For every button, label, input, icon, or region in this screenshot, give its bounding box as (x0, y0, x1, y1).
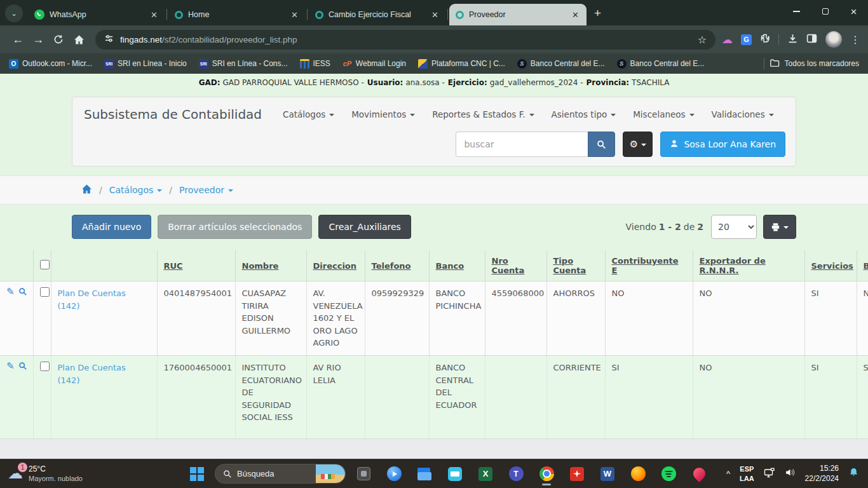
plan-de-cuentas-link[interactable]: Plan De Cuentas (142) (58, 363, 126, 385)
menu-validaciones[interactable]: Validaciones (712, 109, 774, 119)
home-icon[interactable] (69, 29, 89, 50)
firefox-icon[interactable] (625, 461, 651, 487)
bookmark-outlook[interactable]: O Outlook.com - Micr... (9, 59, 92, 69)
page-size-select[interactable]: 20 (711, 215, 757, 239)
translate-icon[interactable]: G (741, 34, 752, 45)
header-nro-cuenta[interactable]: Nro Cuenta (485, 250, 546, 281)
word-icon[interactable]: W (595, 461, 620, 487)
print-dropdown-button[interactable] (763, 215, 796, 239)
bookmark-banco-central-1[interactable]: S Banco Central del E... (517, 59, 605, 69)
search-button[interactable] (588, 132, 615, 157)
header-tipo-cuenta[interactable]: Tipo Cuenta (546, 250, 605, 281)
bookmark-webmail[interactable]: cP Webmail Login (342, 59, 406, 69)
notification-bell-icon[interactable] (848, 467, 859, 480)
reload-icon[interactable] (48, 29, 69, 50)
cell-ruc: 1760004650001 (157, 356, 235, 444)
extensions-puzzle-icon[interactable] (760, 33, 770, 46)
delete-selected-button[interactable]: Borrar artículos seleccionados (158, 215, 312, 239)
menu-miscelaneos[interactable]: Miscelaneos (633, 109, 694, 119)
tab-whatsapp[interactable]: WhatsApp ✕ (28, 4, 165, 25)
clock[interactable]: 15:26 22/2/2024 (805, 464, 839, 484)
chrome-icon[interactable] (534, 461, 559, 487)
taskbar-search[interactable]: Búsqueda (215, 464, 346, 484)
edit-icon[interactable]: ✎ (6, 287, 15, 300)
spotify-icon[interactable] (656, 461, 681, 487)
create-auxiliaries-button[interactable]: Crear_Auxiliares (318, 215, 411, 239)
network-icon[interactable] (764, 468, 775, 480)
breadcrumb-proveedor[interactable]: Proveedor (179, 185, 233, 195)
breadcrumb-home-icon[interactable] (81, 184, 92, 196)
forward-icon[interactable]: → (28, 29, 48, 50)
downloads-icon[interactable] (787, 33, 798, 46)
excel-icon[interactable]: X (473, 461, 498, 487)
nav-card: Subsistema de Contabilidad Catálogos Mov… (72, 97, 796, 166)
view-icon[interactable] (18, 362, 27, 374)
window-close-button[interactable]: × (839, 0, 868, 23)
header-direccion[interactable]: Direccion (306, 250, 365, 281)
header-exportador[interactable]: Exportador de R.N.N.R. (693, 250, 804, 281)
bookmark-iess[interactable]: IESS (300, 59, 330, 69)
weather-widget[interactable]: ☁1 25°C Mayorm. nublado (0, 464, 184, 484)
row-checkbox[interactable] (40, 362, 50, 371)
row-checkbox[interactable] (40, 287, 50, 297)
menu-movimientos[interactable]: Movimientos (351, 109, 415, 119)
iess-favicon (300, 59, 309, 69)
address-bar[interactable]: fingads.net/sf2/contabilidad/proveedor_l… (95, 30, 715, 50)
header-bienes[interactable]: Bi (857, 250, 868, 281)
banco-central-favicon: S (517, 59, 527, 69)
profile-avatar[interactable] (825, 31, 842, 48)
tab-close-icon[interactable]: ✕ (149, 10, 159, 20)
language-indicator[interactable]: ESP LAA (740, 464, 754, 484)
bookmark-star-icon[interactable]: ☆ (698, 34, 707, 46)
header-contribuyente[interactable]: Contribuyente E (605, 250, 693, 281)
tab-close-icon[interactable]: ✕ (290, 10, 299, 20)
menu-reportes[interactable]: Reportes & Estados F. (432, 109, 534, 119)
tab-search-chevron-icon[interactable]: ⌄ (5, 4, 23, 22)
start-button[interactable] (184, 461, 210, 487)
tab-proveedor-active[interactable]: Proveedor ✕ (449, 4, 587, 25)
header-banco[interactable]: Banco (429, 250, 485, 281)
tray-chevron-up-icon[interactable]: ^ (726, 469, 730, 478)
window-app-icon[interactable] (351, 461, 376, 487)
cnc-favicon (418, 59, 428, 69)
menu-asientos-tipo[interactable]: Asientos tipo (552, 109, 616, 119)
mail-app-icon[interactable] (442, 461, 468, 487)
tab-close-icon[interactable]: ✕ (571, 10, 580, 20)
header-servicios[interactable]: Servicios (804, 250, 857, 281)
all-bookmarks-button[interactable]: Todos los marcadores (764, 58, 859, 70)
volume-icon[interactable] (785, 467, 796, 480)
plan-de-cuentas-link[interactable]: Plan De Cuentas (142) (58, 288, 126, 311)
view-icon[interactable] (18, 287, 27, 300)
tab-cambio-ejercicio[interactable]: Cambio Ejercicio Fiscal ✕ (309, 4, 446, 25)
breadcrumb-catalogos[interactable]: Catálogos (109, 185, 163, 195)
file-explorer-icon[interactable] (412, 461, 437, 487)
back-icon[interactable]: ← (8, 29, 28, 50)
flame-app-icon[interactable] (686, 461, 712, 487)
edit-icon[interactable]: ✎ (6, 362, 15, 374)
site-info-icon[interactable] (104, 34, 114, 45)
header-nombre[interactable]: Nombre (235, 250, 306, 281)
browser-menu-icon[interactable]: ⋮ (850, 34, 860, 46)
bookmark-sri-inicio[interactable]: SRI SRI en Línea - Inicio (104, 59, 187, 69)
header-telefono[interactable]: Telefono (365, 250, 429, 281)
window-restore-button[interactable] (811, 0, 839, 23)
new-tab-button[interactable]: + (594, 6, 601, 20)
media-app-icon[interactable] (381, 461, 407, 487)
user-menu-button[interactable]: Sosa Loor Ana Karen (660, 132, 785, 157)
header-ruc[interactable]: RUC (157, 250, 235, 281)
bookmark-banco-central-2[interactable]: S Banco Central del E... (617, 59, 705, 69)
side-panel-icon[interactable] (806, 33, 817, 46)
select-all-checkbox[interactable] (40, 260, 50, 269)
tab-home[interactable]: Home ✕ (168, 4, 306, 25)
red-star-app-icon[interactable] (564, 461, 590, 487)
search-input[interactable] (456, 132, 588, 157)
tab-close-icon[interactable]: ✕ (430, 10, 440, 20)
settings-dropdown-button[interactable]: ⚙ (623, 132, 653, 157)
weather-extension-icon[interactable]: ☁ (722, 33, 733, 46)
bookmark-cnc[interactable]: Plataforma CNC | C... (418, 59, 505, 69)
bookmark-sri-consultas[interactable]: SRI SRI en Línea - Cons... (199, 59, 288, 69)
window-minimize-button[interactable] (782, 0, 811, 23)
teams-icon[interactable]: T (503, 461, 529, 487)
menu-catalogos[interactable]: Catálogos (283, 109, 334, 119)
add-new-button[interactable]: Añadir nuevo (72, 215, 151, 239)
